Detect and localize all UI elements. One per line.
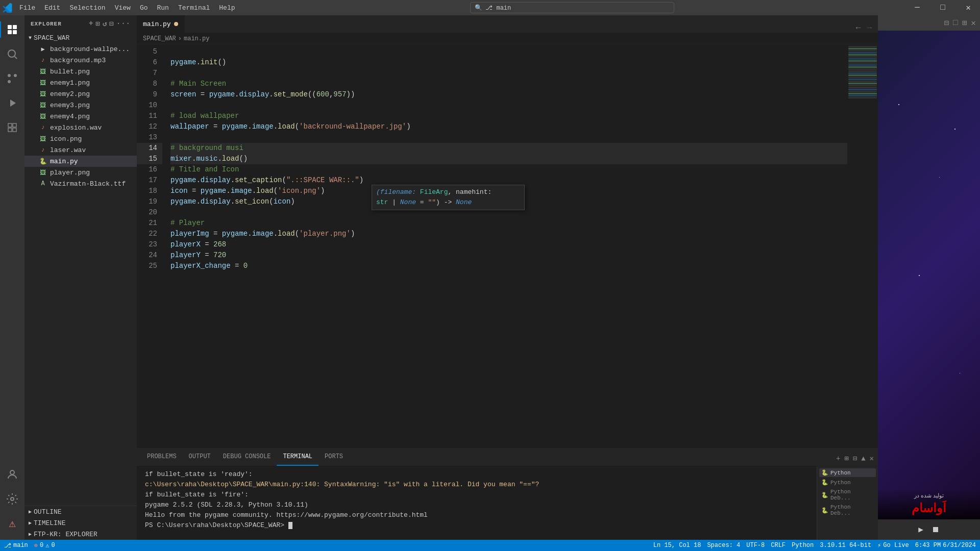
command-search[interactable]: 🔍 ⎇ main — [470, 2, 674, 13]
menu-go[interactable]: Go — [136, 2, 152, 14]
file-enemy1-png[interactable]: 🖼 enemy1.png — [24, 77, 137, 88]
file-background-folder[interactable]: ▶ background-wallpe... — [24, 43, 137, 55]
file-icon-png[interactable]: 🖼 icon.png — [24, 133, 137, 144]
tab-debug-console[interactable]: DEBUG CONSOLE — [217, 448, 277, 466]
python-version[interactable]: 3.10.11 64-bit — [820, 542, 871, 549]
error-count[interactable]: ⊗ 0 ⚠ 0 — [34, 542, 55, 549]
spaces-setting[interactable]: Spaces: 4 — [707, 542, 740, 549]
split-terminal-icon[interactable]: ⊟ — [853, 454, 857, 463]
svg-rect-1 — [13, 25, 17, 29]
menu-edit[interactable]: Edit — [40, 2, 64, 14]
menu-run[interactable]: Run — [153, 2, 173, 14]
file-explosion-wav[interactable]: ♪ explosion.wav — [24, 122, 137, 133]
file-bullet-png[interactable]: 🖼 bullet.png — [24, 66, 137, 77]
timeline-section[interactable]: ▶ TIMELINE — [24, 517, 137, 529]
tab-problems[interactable]: PROBLEMS — [141, 448, 183, 466]
activity-explorer[interactable] — [0, 17, 24, 42]
activity-search[interactable] — [0, 42, 24, 66]
terminal-line-4: pygame 2.5.2 (SDL 2.28.3, Python 3.10.11… — [145, 500, 808, 510]
file-enemy2-png[interactable]: 🖼 enemy2.png — [24, 88, 137, 99]
new-file-icon[interactable]: + — [89, 19, 93, 28]
refresh-icon[interactable]: ↺ — [103, 19, 107, 28]
activity-extensions[interactable] — [0, 115, 24, 140]
terminal-instance-2[interactable]: 🐍 Python — [819, 478, 876, 487]
video-controls: ▶ ⏹ — [878, 519, 980, 540]
file-enemy3-png[interactable]: 🖼 enemy3.png — [24, 99, 137, 111]
maximize-button[interactable]: □ — [931, 0, 954, 15]
python-icon: 🐍 — [821, 479, 828, 486]
file-enemy4-png[interactable]: 🖼 enemy4.png — [24, 111, 137, 122]
file-background-mp3[interactable]: ♪ background.mp3 — [24, 55, 137, 66]
svg-point-4 — [8, 50, 15, 57]
image-file-icon: 🖼 — [39, 102, 47, 109]
close-panel-button[interactable]: ✕ — [971, 18, 976, 28]
encoding[interactable]: UTF-8 — [746, 542, 765, 549]
activity-settings[interactable] — [0, 487, 24, 511]
menu-help[interactable]: Help — [215, 2, 239, 14]
python-version-text: 3.10.11 64-bit — [820, 542, 871, 549]
minimize-button[interactable]: ─ — [905, 0, 929, 15]
nav-back-button[interactable]: ← — [854, 23, 863, 33]
add-terminal-icon[interactable]: + — [836, 455, 840, 463]
breadcrumb-separator: › — [178, 35, 182, 42]
line-ending[interactable]: CRLF — [771, 542, 786, 549]
breadcrumb-file[interactable]: main.py — [184, 35, 209, 42]
file-main-py[interactable]: 🐍 main.py — [24, 156, 137, 167]
folder-arrow-icon: ▼ — [29, 35, 32, 41]
maximize-panel-icon[interactable]: □ — [953, 18, 958, 28]
code-content[interactable]: pygame.init() # Main Screen screen = pyg… — [162, 44, 847, 448]
close-button[interactable]: ✕ — [957, 0, 980, 15]
file-player-png[interactable]: 🖼 player.png — [24, 167, 137, 178]
terminal-line-6: PS C:\Users\raha\Desktop\SPACE_WAR> — [145, 520, 808, 531]
breadcrumb-project[interactable]: SPACE_WAR — [143, 35, 176, 42]
tab-terminal[interactable]: TERMINAL — [277, 448, 318, 466]
git-branch[interactable]: ⎇ main — [4, 542, 28, 549]
new-folder-icon[interactable]: ⊞ — [95, 19, 100, 28]
cursor-position[interactable]: Ln 15, Col 18 — [653, 542, 701, 549]
terminal-content[interactable]: if bullet_state is 'ready': c:\Users\rah… — [137, 466, 817, 540]
tab-output[interactable]: OUTPUT — [183, 448, 217, 466]
autocomplete-line-1: (filename: FileArg, namehint: — [376, 187, 520, 197]
window-controls: ─ □ ✕ — [905, 0, 980, 15]
code-line-5 — [170, 46, 847, 57]
nav-forward-button[interactable]: → — [865, 23, 874, 33]
error-number: 0 — [40, 542, 43, 549]
stop-button[interactable]: ⏹ — [932, 525, 940, 535]
go-live[interactable]: ⚡ Go Live — [877, 542, 909, 549]
menu-file[interactable]: File — [15, 2, 39, 14]
more-options-icon[interactable]: ··· — [116, 19, 131, 28]
dots-icon[interactable]: ⊞ — [962, 18, 967, 28]
language-mode[interactable]: Python — [792, 542, 814, 549]
right-panel-header: ⊟ □ ⊞ ✕ — [878, 15, 980, 31]
activity-account[interactable] — [0, 462, 24, 487]
play-button[interactable]: ▶ — [918, 524, 923, 535]
file-label: enemy1.png — [50, 79, 90, 87]
file-laser-wav[interactable]: ♪ laser.wav — [24, 144, 137, 156]
activity-run[interactable] — [0, 91, 24, 115]
outline-section[interactable]: ▶ OUTLINE — [24, 506, 137, 517]
terminal-instance-4[interactable]: 🐍 Python Deb... — [819, 503, 876, 517]
tab-main-py[interactable]: main.py — [137, 15, 185, 33]
code-line-24: playerY = 720 — [170, 250, 847, 261]
ftp-section[interactable]: ▶ FTP-KR: EXPLORER — [24, 529, 137, 540]
terminal-instance-3[interactable]: 🐍 Python Deb... — [819, 488, 876, 502]
file-vazirmatn-ttf[interactable]: A Vazirmatn-Black.ttf — [24, 178, 137, 189]
collapse-icon[interactable]: ⊟ — [109, 19, 114, 28]
terminal-instance-1[interactable]: 🐍 Python — [819, 468, 876, 477]
activity-error[interactable]: ⚠ — [0, 511, 24, 536]
file-list: ▶ background-wallpe... ♪ background.mp3 … — [24, 43, 137, 189]
image-file-icon: 🖼 — [39, 90, 47, 98]
menu-view[interactable]: View — [111, 2, 135, 14]
activity-git[interactable] — [0, 66, 24, 91]
menu-terminal[interactable]: Terminal — [174, 2, 214, 14]
maximize-panel-icon[interactable]: ▲ — [861, 455, 865, 463]
menu-selection[interactable]: Selection — [65, 2, 109, 14]
minimize-panel-icon[interactable]: ⊟ — [944, 18, 949, 28]
code-line-10 — [170, 100, 847, 111]
close-panel-icon[interactable]: ✕ — [870, 454, 874, 463]
python-file-icon: 🐍 — [39, 158, 47, 165]
code-editor[interactable]: 5 6 7 8 9 10 11 12 13 14 15 16 17 18 19 … — [137, 44, 878, 448]
tab-ports[interactable]: PORTS — [318, 448, 349, 466]
more-terminals-icon[interactable]: ⊞ — [844, 454, 848, 463]
project-folder[interactable]: ▼ SPACE_WAR — [24, 32, 137, 43]
